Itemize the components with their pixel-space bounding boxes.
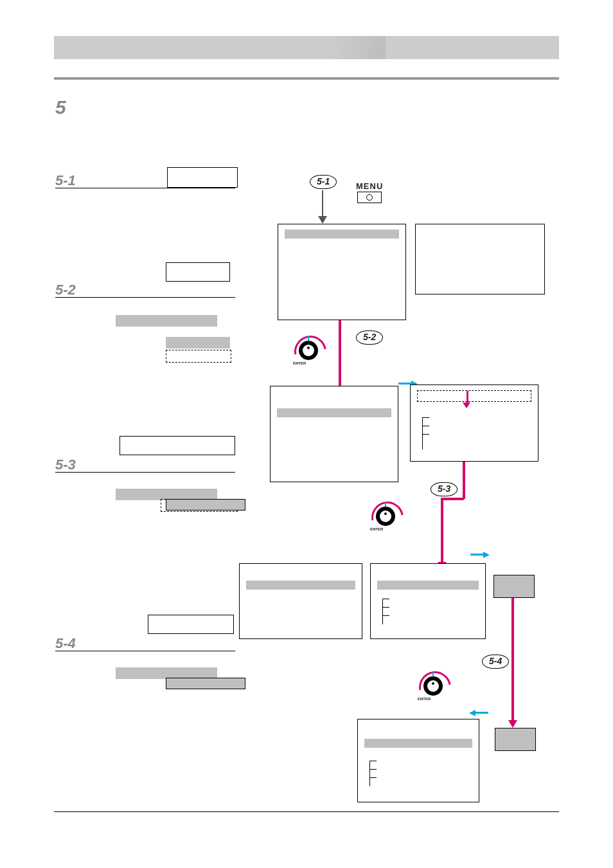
- screen-3b: [370, 563, 486, 639]
- header-rule: [54, 77, 559, 80]
- header-band: [54, 36, 559, 59]
- step-5-2-prebox: [166, 262, 230, 282]
- step-5-4-prebox: [148, 615, 234, 634]
- enter-dial-2[interactable]: ENTER: [365, 500, 402, 532]
- step-5-2-bar: [116, 315, 217, 327]
- flow-pill-5-4: 5-4: [482, 655, 509, 669]
- step-5-1-number: 5-1: [55, 172, 76, 189]
- step-5-2-number: 5-2: [55, 282, 76, 298]
- flow-pill-5-1: 5-1: [310, 175, 337, 189]
- header-band-shade: [334, 36, 386, 59]
- flow-pill-5-2: 5-2: [356, 330, 383, 345]
- step-5-4-bar2: [166, 678, 245, 689]
- menu-label: MENU: [356, 181, 383, 191]
- flow-pill-5-3: 5-3: [431, 482, 458, 496]
- page: 5 5-1 5-2 5-3 5-4 5-1 MENU 5-2: [0, 0, 613, 868]
- footer-rule: [54, 811, 559, 812]
- step-5-4-number: 5-4: [55, 635, 76, 652]
- screen-4: [357, 719, 479, 802]
- screen-1: [278, 224, 406, 320]
- screen-1-side: [415, 224, 545, 294]
- screen-3c: [493, 575, 535, 598]
- menu-button[interactable]: [357, 192, 382, 203]
- step-5-2-underline: [55, 297, 235, 298]
- screen-4c: [495, 728, 536, 751]
- screen-2b: [410, 384, 538, 462]
- step-5-1-underline: [55, 188, 235, 188]
- step-5-3-number: 5-3: [55, 457, 76, 473]
- step-5-3-bar2: [166, 499, 245, 511]
- step-5-1-box: [167, 167, 238, 188]
- step-5-3-prebox: [120, 436, 235, 455]
- step-5-2-bar2: [166, 337, 230, 348]
- screen-2: [270, 386, 398, 482]
- screen-3: [239, 563, 362, 639]
- step-5-4-underline: [55, 651, 235, 651]
- enter-dial-1[interactable]: ENTER: [288, 334, 325, 366]
- enter-dial-3[interactable]: ENTER: [413, 670, 450, 702]
- step-5-2-dashbox: [166, 350, 231, 363]
- step-5-3-underline: [55, 472, 235, 473]
- section-number: 5: [55, 96, 66, 118]
